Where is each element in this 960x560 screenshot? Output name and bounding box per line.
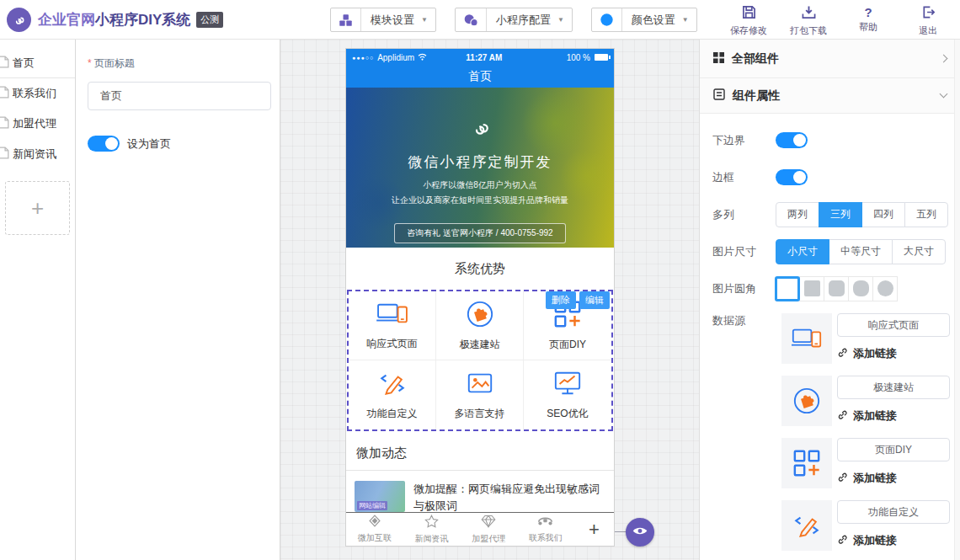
image-size-label: 图片尺寸 bbox=[712, 244, 776, 259]
sidebar-item-label: 新闻资讯 bbox=[13, 147, 56, 162]
module-settings-button[interactable]: 模块设置 ▼ bbox=[330, 8, 436, 32]
document-icon bbox=[0, 116, 9, 131]
app-title-secondary: 小程序DIY系统 bbox=[95, 10, 190, 29]
save-button[interactable]: 保存修改 bbox=[727, 5, 771, 37]
grid-item-fastbuild[interactable]: 极速建站 bbox=[436, 291, 524, 360]
phone-icon bbox=[537, 515, 553, 531]
sidebar-item-label: 联系我们 bbox=[13, 86, 56, 101]
brand: 企业官网小程序DIY系统 公测 bbox=[7, 8, 223, 32]
advantages-grid: 响应式页面 极速建站 页面DIY bbox=[349, 291, 611, 429]
grid-item-seo[interactable]: SEO优化 bbox=[524, 360, 611, 429]
signal-dots-icon: ●●●○○ bbox=[352, 55, 374, 61]
panel-scrollbar[interactable] bbox=[954, 40, 960, 560]
radius-option-square-selected[interactable] bbox=[775, 276, 800, 301]
border-toggle[interactable] bbox=[776, 169, 808, 185]
hero-title: 微信小程序定制开发 bbox=[408, 152, 552, 172]
option-small-size-selected[interactable]: 小尺寸 bbox=[776, 239, 829, 264]
bottom-border-toggle[interactable] bbox=[776, 132, 808, 148]
option-three-columns-selected[interactable]: 三列 bbox=[819, 202, 862, 227]
sidebar-item-home[interactable]: 首页 bbox=[0, 48, 75, 78]
chain-link-icon bbox=[837, 472, 848, 485]
image-size-segmented: 小尺寸 中等尺寸 大尺寸 bbox=[776, 239, 946, 264]
add-link-label: 添加链接 bbox=[853, 408, 897, 424]
news-title: 微加提醒：网页编辑应避免出现敏感词与极限词 bbox=[413, 481, 605, 515]
clock-label: 11:27 AM bbox=[427, 53, 541, 62]
datasource-name-input[interactable] bbox=[837, 438, 950, 461]
components-grid-icon bbox=[713, 51, 724, 67]
battery-icon bbox=[595, 54, 608, 61]
sidebar-item-news[interactable]: 新闻资讯 bbox=[0, 139, 75, 169]
modules-icon bbox=[331, 8, 361, 31]
exit-label: 退出 bbox=[919, 24, 937, 37]
grid-item-multilang[interactable]: 多语言支持 bbox=[436, 360, 524, 429]
radius-option-large[interactable] bbox=[848, 276, 873, 301]
option-medium-size[interactable]: 中等尺寸 bbox=[829, 239, 893, 264]
option-large-size[interactable]: 大尺寸 bbox=[892, 239, 946, 264]
tab-contact[interactable]: 联系我们 bbox=[517, 515, 574, 544]
delete-component-button[interactable]: 删除 bbox=[546, 291, 576, 309]
grid-item-custom[interactable]: 功能自定义 bbox=[349, 360, 436, 429]
datasource-label: 数据源 bbox=[712, 313, 781, 364]
carousel-dot-active[interactable] bbox=[493, 253, 499, 260]
page-title-input[interactable] bbox=[88, 82, 271, 110]
all-components-header[interactable]: 全部组件 bbox=[700, 40, 960, 78]
plus-icon: + bbox=[31, 195, 44, 221]
tab-label: 加盟代理 bbox=[472, 533, 505, 545]
sidebar-item-agency[interactable]: 加盟代理 bbox=[0, 109, 75, 139]
grid-item-label: 多语言支持 bbox=[455, 407, 505, 421]
set-home-label: 设为首页 bbox=[127, 136, 171, 152]
selected-component-outline[interactable]: 删除 编辑 响应式页面 极速建站 bbox=[347, 290, 613, 431]
header-menus: 模块设置 ▼ 小程序配置 ▼ 颜色设置 ▼ bbox=[330, 8, 697, 32]
datasource-name-input[interactable] bbox=[837, 313, 950, 337]
add-page-button[interactable]: + bbox=[5, 181, 70, 235]
datasource-row: 添加链接 bbox=[712, 376, 960, 426]
preview-button[interactable] bbox=[626, 518, 654, 547]
add-link-button[interactable]: 添加链接 bbox=[837, 346, 950, 361]
chevron-right-icon bbox=[940, 55, 948, 63]
document-icon bbox=[0, 56, 9, 71]
radius-option-medium[interactable] bbox=[824, 276, 849, 301]
carousel-dot[interactable] bbox=[461, 253, 467, 260]
miniprogram-config-button[interactable]: 小程序配置 ▼ bbox=[455, 8, 573, 32]
datasource-name-input[interactable] bbox=[837, 376, 950, 399]
option-four-columns[interactable]: 四列 bbox=[861, 202, 905, 227]
add-link-button[interactable]: 添加链接 bbox=[837, 533, 950, 548]
puzzle-icon bbox=[781, 376, 832, 426]
wechat-icon bbox=[456, 8, 487, 31]
component-action-buttons: 删除 编辑 bbox=[546, 291, 610, 309]
edit-component-button[interactable]: 编辑 bbox=[579, 291, 610, 309]
chain-link-icon bbox=[837, 409, 848, 423]
sidebar-item-contact[interactable]: 联系我们 bbox=[0, 78, 75, 109]
datasource-name-input[interactable] bbox=[837, 500, 950, 524]
add-tab-button[interactable]: + bbox=[574, 519, 614, 541]
phone-status-bar: ●●●○○ Applidium 11:27 AM 100 % bbox=[346, 49, 614, 66]
grid-item-responsive[interactable]: 响应式页面 bbox=[349, 291, 436, 360]
app-title-primary: 企业官网 bbox=[38, 10, 95, 29]
download-label: 打包下载 bbox=[790, 24, 827, 37]
news-list-item[interactable]: 网站编辑 微加提醒：网页编辑应避免出现敏感词与极限词 bbox=[346, 471, 614, 515]
hero-banner[interactable]: 微信小程序定制开发 小程序以微信8亿用户为切入点 让企业以及商家在短时间里实现提… bbox=[346, 88, 614, 248]
exit-button[interactable]: 退出 bbox=[906, 5, 950, 37]
color-settings-button[interactable]: 颜色设置 ▼ bbox=[591, 8, 697, 32]
image-radius-row: 图片圆角 bbox=[712, 275, 960, 301]
chain-link-icon bbox=[837, 534, 848, 547]
carrier-label: Applidium bbox=[377, 53, 414, 62]
grid-item-label: 响应式页面 bbox=[367, 337, 418, 351]
add-link-button[interactable]: 添加链接 bbox=[837, 408, 950, 424]
tab-weijia[interactable]: 微加互联 bbox=[346, 515, 403, 544]
grid-item-label: 功能自定义 bbox=[367, 407, 418, 421]
carousel-dot[interactable] bbox=[477, 253, 483, 260]
help-button[interactable]: ? 帮助 bbox=[846, 5, 890, 37]
miniprogram-config-label: 小程序配置 bbox=[487, 13, 557, 28]
download-button[interactable]: 打包下载 bbox=[787, 5, 830, 37]
option-two-columns[interactable]: 两列 bbox=[776, 202, 819, 227]
radius-option-circle[interactable] bbox=[872, 276, 898, 301]
tab-agency[interactable]: 加盟代理 bbox=[460, 515, 517, 545]
set-home-toggle[interactable] bbox=[88, 136, 120, 152]
eye-icon bbox=[632, 525, 648, 540]
component-props-header[interactable]: 组件属性 bbox=[700, 78, 960, 114]
option-five-columns[interactable]: 五列 bbox=[904, 202, 948, 227]
tab-news[interactable]: 新闻资讯 bbox=[403, 515, 461, 545]
radius-option-slight[interactable] bbox=[799, 276, 824, 301]
add-link-button[interactable]: 添加链接 bbox=[837, 471, 950, 486]
